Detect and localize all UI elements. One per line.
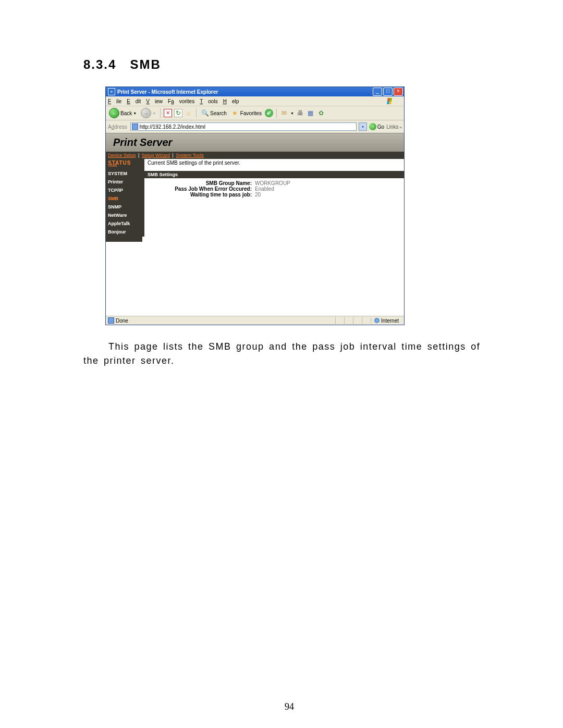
setting-value: 20 xyxy=(254,192,261,198)
nav-setup-wizard[interactable]: Setup Wizard xyxy=(142,153,170,158)
url-text: http://192.168.2.2/index.html xyxy=(140,124,205,130)
favorites-button[interactable]: ★ Favorites xyxy=(230,109,263,117)
section-number: 8.3.4 xyxy=(83,57,116,71)
separator xyxy=(196,108,197,118)
maximize-button[interactable]: □ xyxy=(383,88,393,96)
setting-label: SMB Group Name: xyxy=(148,180,254,186)
menu-tools[interactable]: Tools xyxy=(200,98,217,104)
address-input[interactable]: http://192.168.2.2/index.html xyxy=(130,122,357,131)
sidebar-item-printer[interactable]: Printer xyxy=(108,179,144,184)
page-icon xyxy=(108,317,114,324)
print-server-nav: Device Setup | Setup Wizard | System Too… xyxy=(106,152,404,159)
refresh-button[interactable]: ↻ xyxy=(174,109,182,117)
separator xyxy=(276,108,277,118)
setting-row: Pass Job When Error Occured: Enabled xyxy=(148,186,401,192)
menu-file[interactable]: File xyxy=(108,98,121,104)
menu-edit[interactable]: Edit xyxy=(127,98,141,104)
forward-arrow-icon: → xyxy=(141,108,151,118)
nav-device-setup[interactable]: Device Setup xyxy=(108,153,136,158)
description-text: This page lists the SMB group and the pa… xyxy=(83,340,495,368)
chevron-down-icon: ▼ xyxy=(133,112,137,115)
security-zone: Internet xyxy=(371,318,402,324)
sidebar-item-bonjour[interactable]: Bonjour xyxy=(108,229,144,235)
back-arrow-icon: ← xyxy=(109,108,119,118)
sidebar-item-system[interactable]: SYSTEM xyxy=(108,171,144,176)
go-button[interactable]: → Go xyxy=(369,123,384,130)
search-button[interactable]: 🔍 Search xyxy=(200,109,228,117)
nav-system-tools[interactable]: System Tools xyxy=(176,153,203,158)
chevron-down-icon: ▼ xyxy=(290,112,294,115)
history-button[interactable]: ✔ xyxy=(265,109,273,117)
page-title: Print Server xyxy=(113,137,172,149)
print-button[interactable]: 🖶 xyxy=(296,109,304,117)
section-heading: 8.3.4 SMB xyxy=(83,57,495,72)
close-button[interactable]: × xyxy=(394,88,403,96)
setting-label: Waiting time to pass job: xyxy=(148,192,254,198)
separator xyxy=(160,108,161,118)
menu-view[interactable]: View xyxy=(146,98,163,104)
sidebar-item-smb[interactable]: SMB xyxy=(108,196,144,201)
globe-icon xyxy=(374,318,380,323)
menu-help[interactable]: Help xyxy=(223,98,239,104)
content-whitespace xyxy=(106,242,404,316)
section-title: SMB Settings xyxy=(144,171,404,178)
mail-button[interactable]: ✉ xyxy=(280,109,288,117)
windows-logo-icon xyxy=(387,97,397,105)
window-title: Print Server - Microsoft Internet Explor… xyxy=(117,89,372,95)
print-server-body: STATUS SMB SYSTEM Printer TCP/IP SMB SNM… xyxy=(106,159,404,237)
setting-value: WORKGROUP xyxy=(254,180,290,186)
setting-row: SMB Group Name: WORKGROUP xyxy=(148,180,401,186)
setting-label: Pass Job When Error Occured: xyxy=(148,186,254,192)
document-page: 8.3.4 SMB e Print Server - Microsoft Int… xyxy=(0,0,563,728)
chevron-down-icon: ▼ xyxy=(152,112,156,115)
go-arrow-icon: → xyxy=(369,123,376,130)
browser-window: e Print Server - Microsoft Internet Expl… xyxy=(105,87,405,325)
edit-button[interactable]: ▦ xyxy=(307,109,315,117)
menu-favorites[interactable]: Favorites xyxy=(168,98,194,104)
ie-icon: e xyxy=(108,88,115,95)
sidebar-item-netware[interactable]: NetWare xyxy=(108,213,144,218)
address-dropdown[interactable]: ▾ xyxy=(359,122,367,131)
section-title: SMB xyxy=(130,57,161,71)
star-icon: ★ xyxy=(231,109,239,117)
intro-text: Current SMB settings of the print server… xyxy=(144,159,404,167)
chevron-right-icon: » xyxy=(400,125,402,130)
titlebar: e Print Server - Microsoft Internet Expl… xyxy=(106,87,404,96)
messenger-button[interactable]: ✿ xyxy=(317,109,325,117)
setting-value: Enabled xyxy=(254,186,274,192)
forward-button[interactable]: → ▼ xyxy=(140,108,157,118)
settings-table: SMB Group Name: WORKGROUP Pass Job When … xyxy=(144,178,404,200)
stop-button[interactable]: ✕ xyxy=(164,109,172,117)
search-icon: 🔍 xyxy=(201,109,209,117)
sidebar-item-snmp[interactable]: SNMP xyxy=(108,204,144,209)
addressbar: Address http://192.168.2.2/index.html ▾ … xyxy=(106,120,404,133)
page-icon xyxy=(132,124,138,130)
menubar: File Edit View Favorites Tools Help xyxy=(106,96,404,106)
page-content: Print Server Device Setup | Setup Wizard… xyxy=(106,133,404,316)
zone-text: Internet xyxy=(381,318,399,324)
sidebar-item-tcpip[interactable]: TCP/IP xyxy=(108,188,144,193)
back-button[interactable]: ← Back ▼ xyxy=(108,108,138,118)
print-server-header: Print Server xyxy=(106,133,404,152)
status-text: Done xyxy=(116,318,128,324)
links-button[interactable]: Links» xyxy=(386,124,402,130)
sidebar: STATUS SMB SYSTEM Printer TCP/IP SMB SNM… xyxy=(106,159,144,237)
minimize-button[interactable]: _ xyxy=(373,88,382,96)
setting-row: Waiting time to pass job: 20 xyxy=(148,192,401,198)
status-cells xyxy=(335,317,371,324)
main-panel: Current SMB settings of the print server… xyxy=(144,159,404,237)
statusbar: Done Internet xyxy=(106,316,404,325)
address-label: Address xyxy=(108,124,127,130)
sidebar-item-appletalk[interactable]: AppleTalk xyxy=(108,221,144,226)
page-number: 94 xyxy=(83,701,495,712)
home-button[interactable]: ⌂ xyxy=(185,109,193,117)
toolbar: ← Back ▼ → ▼ ✕ ↻ ⌂ 🔍 Search ★ Favorites … xyxy=(106,106,404,120)
